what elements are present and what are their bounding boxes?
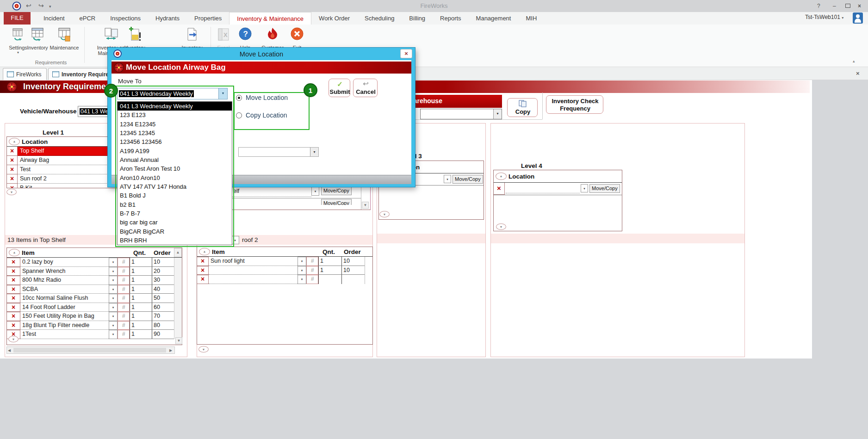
scroll-down-circle-button[interactable]: ▼ (8, 336, 19, 342)
hash-button[interactable]: # (306, 257, 318, 266)
item-chevron-down-icon[interactable]: ▾ (109, 312, 118, 321)
dropdown-option[interactable]: 041 L3 Wednesday Weekly (118, 102, 232, 111)
item-row[interactable]: ×▾#110 (197, 266, 372, 275)
item-order[interactable]: 20 (152, 267, 174, 276)
item-qnt[interactable]: 1 (130, 312, 152, 321)
level3-move-copy-button[interactable]: Move/Copy (453, 175, 483, 184)
user-menu[interactable]: Tst-TsWeb101 ▾ (805, 14, 843, 20)
dropdown-option[interactable]: 1234 E12345 (118, 120, 232, 129)
scrollbar-right-icon[interactable]: ▶ (169, 348, 172, 352)
dropdown-option[interactable]: ATV 147 ATV 147 Honda (118, 182, 232, 191)
item-chevron-down-icon[interactable]: ▾ (109, 258, 118, 267)
delete-location-icon[interactable]: × (7, 156, 18, 165)
dropdown-option[interactable]: big car big car (118, 218, 232, 227)
item-order[interactable]: 90 (152, 330, 174, 339)
scrollbar-thumb[interactable] (13, 348, 166, 352)
item-order[interactable]: 10 (152, 258, 174, 267)
dialog-secondary-combobox[interactable]: ▾ (238, 147, 319, 157)
item-order[interactable]: 40 (152, 285, 174, 294)
avatar[interactable] (853, 12, 863, 24)
tab-reports[interactable]: Reports (433, 12, 469, 25)
item-qnt[interactable]: 1 (130, 258, 152, 267)
hash-button[interactable]: # (118, 294, 130, 303)
dropdown-option[interactable]: 12345 12345 (118, 129, 232, 137)
delete-location-icon[interactable]: × (494, 183, 505, 195)
dropdown-option[interactable]: B-7 B-7 (118, 209, 232, 218)
tab-hydrants[interactable]: Hydrants (148, 12, 187, 25)
window-help-icon[interactable]: ? (817, 2, 820, 10)
level2-move-copy-button-partial[interactable]: Move/Copy (321, 198, 354, 205)
tab-incident[interactable]: Incident (36, 12, 72, 25)
delete-item-icon[interactable]: × (7, 276, 20, 285)
tab-billing[interactable]: Billing (402, 12, 433, 25)
cancel-button[interactable]: ↩ Cancel (353, 79, 378, 97)
item-qnt[interactable]: 1 (130, 303, 152, 312)
hash-button[interactable]: # (118, 276, 130, 285)
scrollbar-down-icon[interactable]: ▼ (362, 202, 369, 209)
item-order[interactable]: 30 (152, 276, 174, 285)
tab-mih[interactable]: MIH (518, 12, 544, 25)
delete-location-icon[interactable]: × (7, 165, 18, 174)
scrollbar-up-icon[interactable]: ▲ (174, 248, 182, 257)
item-order[interactable]: 80 (152, 321, 174, 330)
item-order[interactable]: 50 (152, 294, 174, 303)
hash-button[interactable]: # (306, 266, 318, 275)
hash-button[interactable]: # (118, 303, 130, 312)
scroll-down-circle-button[interactable]: ▼ (6, 189, 17, 195)
scroll-down-circle-button[interactable]: ▼ (496, 223, 506, 230)
delete-item-icon[interactable]: × (7, 321, 20, 330)
item-row[interactable]: ×1Test▾#190 (7, 330, 182, 339)
combobox-chevron-down-icon[interactable]: ▾ (218, 88, 227, 99)
dropdown-option[interactable]: BRH BRH (118, 236, 232, 245)
scroll-down-circle-button[interactable]: ▼ (379, 211, 390, 217)
item-qnt[interactable]: 1 (130, 321, 152, 330)
delete-location-icon[interactable]: × (7, 174, 18, 184)
tab-inspections[interactable]: Inspections (103, 12, 148, 25)
dropdown-option[interactable]: A199 A199 (118, 147, 232, 155)
dialog-close-icon[interactable]: × (400, 49, 412, 58)
item-chevron-down-icon[interactable]: ▾ (109, 294, 118, 303)
dropdown-option[interactable]: b2 B1 (118, 200, 232, 209)
delete-item-icon[interactable]: × (197, 275, 209, 284)
hash-button[interactable]: # (118, 258, 130, 267)
dropdown-option[interactable]: Annual Annual (118, 155, 232, 164)
item-qnt[interactable]: 1 (130, 330, 152, 339)
item-order[interactable]: 70 (152, 312, 174, 321)
dropdown-option[interactable]: 123 E123 (118, 111, 232, 119)
chevron-down-icon[interactable]: ▾ (310, 148, 318, 156)
scrollbar-left-icon[interactable]: ◀ (8, 348, 11, 352)
tab-work-order[interactable]: Work Order (311, 12, 357, 25)
dropdown-option[interactable]: Aron10 Aron10 (118, 173, 232, 182)
item-chevron-down-icon[interactable]: ▾ (298, 257, 306, 266)
ribbon-collapse-icon[interactable]: ▴ (853, 59, 855, 63)
item-row[interactable]: ×10cc Normal Saline Flush▾#150 (7, 294, 182, 303)
move-location-radio[interactable] (236, 95, 242, 101)
copy-from-warehouse-combobox[interactable]: ▾ (420, 109, 502, 119)
item-order[interactable]: 10 (341, 266, 365, 275)
level2-chevron-down-icon[interactable]: ▾ (311, 187, 319, 196)
scroll-down-circle-button[interactable]: ▼ (198, 346, 209, 352)
item-row[interactable]: ×Spanner Wrench▾#120 (7, 267, 182, 276)
hash-button[interactable]: # (118, 285, 130, 294)
horizontal-scrollbar[interactable]: ◀ ▶ (6, 346, 175, 354)
level2-vertical-scrollbar[interactable]: ▼ (361, 184, 369, 210)
level2-move-copy-button[interactable]: Move/Copy (321, 186, 352, 195)
item-row[interactable]: ×SCBA▾#140 (7, 285, 182, 294)
tab-scheduling[interactable]: Scheduling (357, 12, 402, 25)
item-chevron-down-icon[interactable]: ▾ (109, 285, 118, 294)
item-chevron-down-icon[interactable]: ▾ (109, 267, 118, 276)
item-qnt[interactable]: 1 (318, 266, 341, 275)
hash-button[interactable]: # (118, 330, 130, 339)
item-chevron-down-icon[interactable]: ▾ (109, 276, 118, 285)
hash-button[interactable]: # (118, 312, 130, 321)
delete-item-icon[interactable]: × (7, 312, 20, 321)
scroll-up-circle-button[interactable]: ▲ (9, 138, 20, 145)
item-order[interactable]: 10 (341, 257, 365, 266)
dropdown-option[interactable]: Aron Test Aron Test 10 (118, 164, 232, 173)
item-qnt[interactable]: 1 (130, 267, 152, 276)
scroll-up-circle-button[interactable]: ▲ (496, 173, 507, 180)
delete-item-icon[interactable]: × (7, 294, 20, 303)
doc-tab-fireworks[interactable]: FireWorks (3, 68, 47, 80)
chevron-down-icon[interactable]: ▾ (581, 184, 588, 192)
tab-epcr[interactable]: ePCR (72, 12, 103, 25)
